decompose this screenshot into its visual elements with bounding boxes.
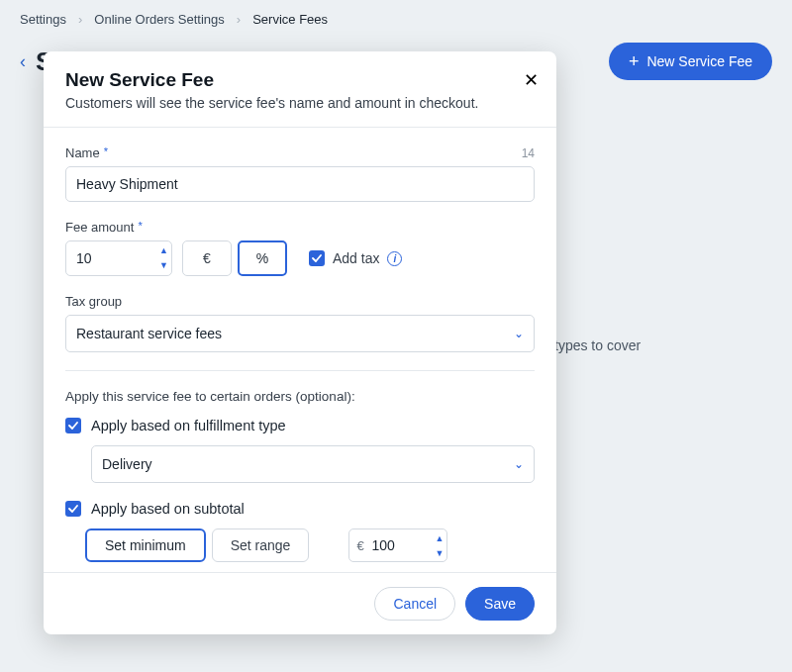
chevron-right-icon: ›	[78, 12, 82, 27]
tax-group-select[interactable]: Restaurant service fees ⌄	[65, 315, 535, 352]
name-char-counter: 14	[522, 146, 535, 160]
back-icon[interactable]: ‹	[20, 51, 26, 72]
minimum-amount-stepper[interactable]: € ▲ ▼	[348, 528, 447, 562]
chevron-down-icon: ⌄	[514, 327, 524, 340]
apply-fulfillment-checkbox[interactable]	[65, 418, 81, 433]
modal-subtitle: Customers will see the service fee's nam…	[65, 95, 535, 111]
fulfillment-type-select[interactable]: Delivery ⌄	[91, 445, 535, 483]
save-button[interactable]: Save	[465, 587, 535, 621]
chevron-down-icon: ⌄	[514, 457, 524, 471]
fee-unit-percent-button[interactable]: %	[238, 240, 287, 276]
stepper-up-icon[interactable]: ▲	[159, 242, 168, 257]
tax-group-label: Tax group	[65, 294, 535, 309]
page-body-text: types to cover	[554, 337, 772, 353]
breadcrumb-online-orders[interactable]: Online Orders Settings	[94, 12, 225, 27]
fee-amount-stepper[interactable]: ▲ ▼	[65, 240, 172, 276]
fee-amount-label: Fee amount*	[65, 220, 143, 235]
apply-subtotal-label: Apply based on subtotal	[91, 501, 245, 517]
stepper-up-icon[interactable]: ▲	[435, 530, 444, 545]
add-tax-checkbox[interactable]	[309, 250, 325, 266]
apply-fulfillment-label: Apply based on fulfillment type	[91, 418, 286, 433]
name-label: Name*	[65, 145, 108, 160]
cancel-button[interactable]: Cancel	[374, 587, 455, 621]
new-service-fee-button[interactable]: + New Service Fee	[609, 43, 772, 80]
chevron-right-icon: ›	[237, 12, 241, 27]
currency-symbol: €	[356, 538, 363, 553]
fee-unit-currency-button[interactable]: €	[182, 240, 232, 276]
new-service-fee-modal: New Service Fee Customers will see the s…	[44, 51, 556, 634]
stepper-down-icon[interactable]: ▼	[159, 257, 168, 272]
fee-amount-input[interactable]	[65, 240, 172, 276]
stepper-down-icon[interactable]: ▼	[435, 545, 444, 560]
apply-subtotal-checkbox[interactable]	[65, 501, 81, 517]
modal-title: New Service Fee	[65, 69, 535, 91]
new-service-fee-label: New Service Fee	[646, 53, 752, 69]
set-range-button[interactable]: Set range	[212, 528, 310, 562]
set-minimum-button[interactable]: Set minimum	[85, 528, 206, 562]
breadcrumb: Settings › Online Orders Settings › Serv…	[20, 12, 772, 27]
tax-group-value: Restaurant service fees	[76, 326, 222, 341]
name-input[interactable]	[65, 166, 535, 202]
modal-footer: Cancel Save	[44, 572, 556, 634]
fulfillment-type-value: Delivery	[102, 456, 152, 472]
breadcrumb-service-fees: Service Fees	[252, 12, 328, 27]
divider	[65, 370, 535, 371]
apply-section-label: Apply this service fee to certain orders…	[65, 389, 535, 404]
info-icon[interactable]: i	[387, 251, 402, 266]
breadcrumb-settings[interactable]: Settings	[20, 12, 66, 27]
plus-icon: +	[629, 52, 640, 70]
add-tax-label: Add tax	[333, 250, 379, 266]
close-icon[interactable]: ✕	[524, 69, 539, 91]
